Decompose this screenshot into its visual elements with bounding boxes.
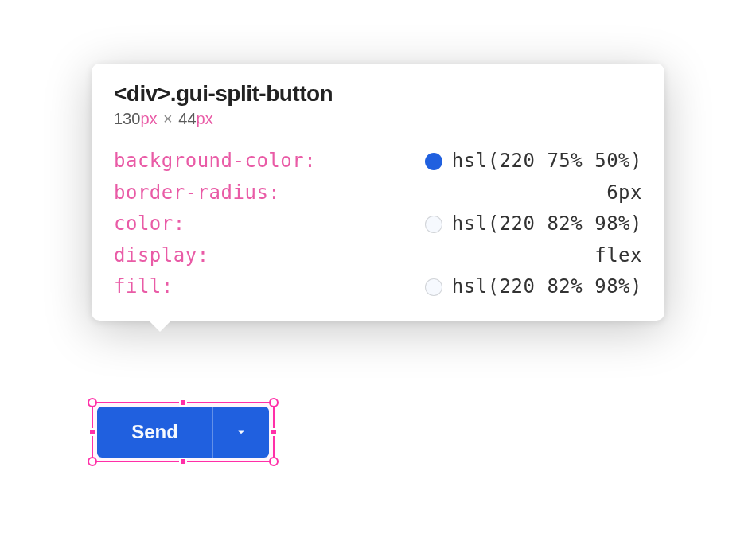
resize-handle-top-right[interactable]	[269, 398, 279, 407]
inspector-selector: <div>.gui-split-button	[114, 81, 642, 107]
property-value-text: hsl(220 82% 98%)	[452, 208, 642, 240]
property-value: flex	[594, 240, 642, 272]
resize-handle-middle-right[interactable]	[270, 428, 278, 436]
property-value-text: hsl(220 82% 98%)	[452, 271, 642, 303]
color-swatch	[425, 153, 442, 170]
property-value: 6px	[606, 177, 642, 209]
inspector-tooltip: <div>.gui-split-button 130px × 44px back…	[92, 64, 664, 321]
property-row: color:hsl(220 82% 98%)	[114, 208, 642, 240]
color-swatch	[425, 278, 442, 296]
property-value: hsl(220 75% 50%)	[425, 146, 642, 177]
selector-class: .gui-split-button	[170, 81, 333, 106]
property-name: border-radius	[114, 177, 268, 209]
property-colon: :	[197, 240, 209, 272]
property-name: background-color	[114, 146, 304, 177]
property-value-text: flex	[594, 240, 642, 272]
resize-handle-bottom-left[interactable]	[88, 457, 97, 466]
dimension-height-unit: px	[197, 110, 213, 127]
property-name: fill	[114, 271, 162, 303]
property-value-text: hsl(220 75% 50%)	[452, 146, 642, 177]
color-swatch	[425, 216, 442, 233]
selection-outline[interactable]: Send	[92, 402, 275, 462]
dimension-height: 44	[178, 110, 196, 127]
property-value: hsl(220 82% 98%)	[425, 271, 642, 303]
property-row: fill:hsl(220 82% 98%)	[114, 271, 642, 303]
resize-handle-middle-left[interactable]	[88, 428, 96, 436]
split-button-dropdown[interactable]	[213, 407, 269, 458]
property-value: hsl(220 82% 98%)	[425, 208, 642, 240]
property-colon: :	[173, 208, 185, 240]
property-colon: :	[304, 146, 316, 177]
property-row: display:flex	[114, 240, 642, 272]
selector-tag: <div>	[114, 81, 170, 106]
resize-handle-bottom-center[interactable]	[179, 458, 187, 465]
property-colon: :	[162, 271, 173, 303]
inspector-properties: background-color:hsl(220 75% 50%)border-…	[114, 146, 642, 303]
inspector-dimensions: 130px × 44px	[114, 110, 642, 128]
property-colon: :	[268, 177, 280, 209]
dimension-width: 130	[114, 110, 140, 127]
tooltip-arrow	[149, 321, 171, 332]
property-name: display	[114, 240, 197, 272]
send-button-label: Send	[131, 421, 178, 443]
send-button[interactable]: Send	[97, 407, 213, 458]
dimension-separator: ×	[163, 110, 173, 127]
selected-element-area: Send	[92, 402, 275, 462]
resize-handle-top-center[interactable]	[179, 399, 187, 407]
property-value-text: 6px	[606, 177, 642, 209]
dimension-width-unit: px	[140, 110, 157, 127]
property-name: color	[114, 208, 173, 240]
property-row: background-color:hsl(220 75% 50%)	[114, 146, 642, 177]
resize-handle-bottom-right[interactable]	[269, 457, 279, 466]
resize-handle-top-left[interactable]	[88, 398, 97, 407]
gui-split-button[interactable]: Send	[97, 407, 269, 458]
property-row: border-radius:6px	[114, 177, 642, 209]
chevron-down-icon	[234, 425, 248, 439]
